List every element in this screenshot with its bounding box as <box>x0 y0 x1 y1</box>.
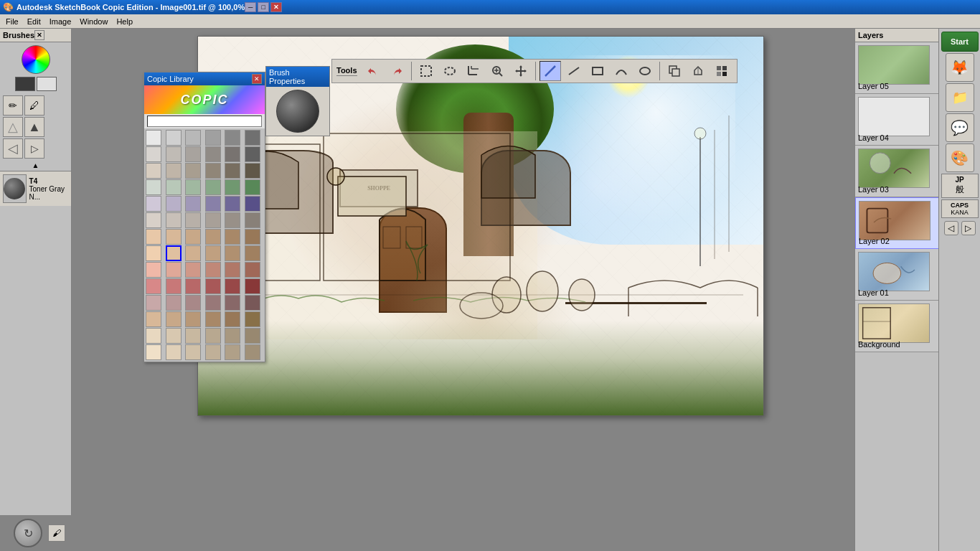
copic-color-cell-42[interactable] <box>146 245 161 261</box>
brushes-close-button[interactable]: ✕ <box>34 30 44 40</box>
brush-tool-hard[interactable]: ▲ <box>24 117 44 137</box>
jp-language-item[interactable]: JP 般 <box>941 174 979 198</box>
copic-color-cell-71[interactable] <box>245 311 260 327</box>
copic-color-cell-9[interactable] <box>205 146 221 162</box>
copic-color-cell-47[interactable] <box>245 245 260 261</box>
copic-color-cell-31[interactable] <box>166 212 182 228</box>
copic-color-cell-45[interactable] <box>205 245 221 261</box>
copic-color-cell-61[interactable] <box>166 295 182 311</box>
copic-color-cell-4[interactable] <box>225 130 240 146</box>
brush-tool-pencil[interactable]: ✏ <box>3 95 23 116</box>
copic-library-header[interactable]: Copic Library ✕ <box>144 72 265 85</box>
copic-color-cell-55[interactable] <box>166 278 182 294</box>
ellipse-button[interactable] <box>634 61 656 81</box>
brush-tool-eraser[interactable]: ▷ <box>24 138 44 159</box>
copic-color-cell-18[interactable] <box>146 179 161 195</box>
copic-color-cell-3[interactable] <box>205 130 221 146</box>
copic-color-cell-40[interactable] <box>225 229 240 245</box>
copic-color-cell-60[interactable] <box>146 295 161 311</box>
copic-color-cell-1[interactable] <box>166 130 182 146</box>
copic-color-cell-57[interactable] <box>205 278 221 294</box>
copic-color-cell-34[interactable] <box>225 212 240 228</box>
copic-color-cell-6[interactable] <box>146 146 161 162</box>
foreground-color[interactable] <box>15 77 35 91</box>
taskbar-icon-small-1[interactable]: ◁ <box>944 221 958 235</box>
brush-tool-marker[interactable]: 🖊 <box>24 95 44 116</box>
zoom-button[interactable] <box>486 61 508 81</box>
copic-color-cell-39[interactable] <box>205 229 221 245</box>
brush-properties-header[interactable]: Brush Properties <box>266 67 329 87</box>
color-wheel[interactable] <box>22 45 50 74</box>
copic-color-cell-19[interactable] <box>166 179 182 195</box>
copic-color-cell-72[interactable] <box>146 328 161 344</box>
copic-color-cell-32[interactable] <box>185 212 201 228</box>
menu-window[interactable]: Window <box>75 16 112 27</box>
copic-color-cell-44[interactable] <box>185 245 201 261</box>
copic-color-cell-2[interactable] <box>185 130 201 146</box>
copic-color-cell-52[interactable] <box>225 262 240 278</box>
brush-tool-blender[interactable]: ◁ <box>3 138 23 159</box>
copic-color-cell-69[interactable] <box>205 311 221 327</box>
copic-color-cell-50[interactable] <box>185 262 201 278</box>
rotation-wheel[interactable]: ↻ <box>14 519 42 547</box>
brush-set-button[interactable] <box>711 61 732 81</box>
copic-color-cell-62[interactable] <box>185 295 201 311</box>
copic-color-cell-51[interactable] <box>205 262 221 278</box>
copic-color-cell-30[interactable] <box>146 212 161 228</box>
copic-color-cell-53[interactable] <box>245 262 260 278</box>
copic-color-cell-83[interactable] <box>245 344 260 360</box>
pan-button[interactable] <box>510 61 532 81</box>
copic-color-cell-56[interactable] <box>185 278 201 294</box>
copic-color-cell-36[interactable] <box>146 229 161 245</box>
close-button[interactable]: ✕ <box>270 2 282 12</box>
copic-color-cell-58[interactable] <box>225 278 240 294</box>
copic-color-cell-35[interactable] <box>245 212 260 228</box>
crop-button[interactable] <box>463 61 484 81</box>
copic-color-cell-15[interactable] <box>205 163 221 179</box>
taskbar-icon-skype[interactable]: 💬 <box>946 113 974 142</box>
bottom-brush-button[interactable]: 🖌 <box>48 524 65 542</box>
copy-stamp-button[interactable] <box>664 61 685 81</box>
menu-image[interactable]: Image <box>45 16 76 27</box>
copic-color-cell-17[interactable] <box>245 163 260 179</box>
copic-color-cell-14[interactable] <box>185 163 201 179</box>
caps-item[interactable]: CAPS KANA <box>941 199 979 218</box>
copic-color-cell-43[interactable] <box>166 245 182 261</box>
copic-color-cell-74[interactable] <box>185 328 201 344</box>
copic-color-cell-54[interactable] <box>146 278 161 294</box>
copic-color-cell-78[interactable] <box>146 344 161 360</box>
copic-color-cell-5[interactable] <box>245 130 260 146</box>
copic-color-cell-24[interactable] <box>146 196 161 212</box>
copic-color-cell-82[interactable] <box>225 344 240 360</box>
line-tool-button[interactable] <box>540 61 561 81</box>
copic-color-cell-66[interactable] <box>146 311 161 327</box>
copic-color-cell-75[interactable] <box>205 328 221 344</box>
copic-color-cell-46[interactable] <box>225 245 240 261</box>
undo-button[interactable] <box>362 61 384 81</box>
menu-help[interactable]: Help <box>112 16 137 27</box>
copic-color-cell-76[interactable] <box>225 328 240 344</box>
copic-color-cell-23[interactable] <box>245 179 260 195</box>
copic-color-cell-37[interactable] <box>166 229 182 245</box>
taskbar-icon-color[interactable]: 🎨 <box>946 143 974 172</box>
copic-color-cell-65[interactable] <box>245 295 260 311</box>
copic-search-input[interactable] <box>147 116 262 127</box>
minimize-button[interactable]: ─ <box>245 2 256 12</box>
copic-color-cell-8[interactable] <box>185 146 201 162</box>
copic-color-cell-27[interactable] <box>205 196 221 212</box>
background-color[interactable] <box>37 77 57 91</box>
copic-color-cell-48[interactable] <box>146 262 161 278</box>
brush-tool-soft[interactable]: △ <box>3 117 23 137</box>
copic-color-cell-68[interactable] <box>185 311 201 327</box>
copic-color-cell-25[interactable] <box>166 196 182 212</box>
copic-color-cell-64[interactable] <box>225 295 240 311</box>
copic-color-cell-49[interactable] <box>166 262 182 278</box>
menu-edit[interactable]: Edit <box>23 16 45 27</box>
copic-color-cell-28[interactable] <box>225 196 240 212</box>
copic-color-cell-12[interactable] <box>146 163 161 179</box>
taskbar-icon-small-2[interactable]: ▷ <box>961 221 976 235</box>
rect-draw-button[interactable] <box>587 61 608 81</box>
copic-color-cell-63[interactable] <box>205 295 221 311</box>
copic-color-cell-22[interactable] <box>225 179 240 195</box>
copic-color-cell-33[interactable] <box>205 212 221 228</box>
